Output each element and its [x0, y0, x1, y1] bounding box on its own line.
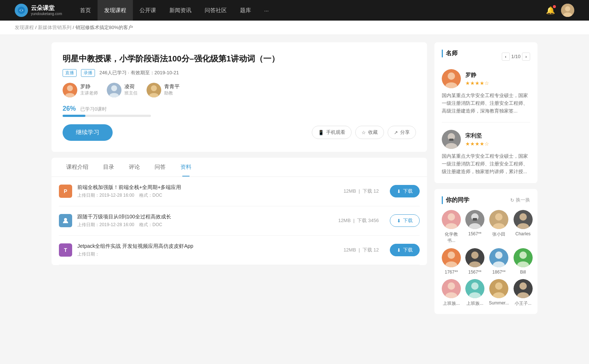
refresh-button[interactable]: ↻ 换一换 — [510, 197, 530, 203]
nav-exam[interactable]: 题库 — [233, 0, 258, 21]
classmates-card: 你的同学 ↻ 换一换 化学教书... 1567** 张小田 — [434, 189, 537, 314]
teachers-title-bar: 名师 ‹ 1/10 › — [442, 50, 530, 63]
classmate-avatar-10 — [489, 279, 508, 298]
course-title: 明星中教授课，小学阶段语法100分–强化级第1讲动词（一） — [63, 53, 416, 65]
classmate-avatar-6 — [489, 248, 508, 267]
download-button-3[interactable]: ⬇ 下载 — [390, 244, 420, 256]
teachers-card: 名师 ‹ 1/10 › 罗静 ★★★★☆ 国内 — [434, 42, 537, 183]
teacher-top-1: 罗静 ★★★★☆ — [442, 69, 530, 88]
instructor-2-avatar — [107, 83, 121, 97]
prev-teacher-button[interactable]: ‹ — [502, 53, 510, 61]
tab-qa[interactable]: 问答 — [147, 158, 173, 176]
svg-point-54 — [495, 282, 502, 290]
pagination-mini: ‹ 1/10 › — [502, 53, 530, 61]
instructor-3: 青青平 助教 — [147, 83, 180, 97]
teacher-top-2: 宋利坚 ★★★★☆ — [442, 130, 530, 149]
svg-point-45 — [519, 251, 527, 259]
resource-list: P 前端全栈加强版！前端全栈+全周期+多端应用 上传日期：2019-12-28 … — [52, 177, 427, 265]
classmate-name-6: 1867** — [492, 270, 505, 275]
resource-stats-1: 12MB | 下载 12 — [343, 188, 379, 195]
progress-label: 26% — [63, 105, 76, 112]
course-header-card: 明星中教授课，小学阶段语法100分–强化级第1讲动词（一） 直播 录播 246人… — [52, 42, 427, 152]
instructor-1-avatar — [63, 83, 77, 97]
resource-name-1: 前端全栈加强版！前端全栈+全周期+多端应用 — [77, 184, 338, 191]
share-icon: ↗ — [394, 130, 398, 135]
teacher-stars-2: ★★★★☆ — [465, 141, 489, 147]
classmate-name-4: 1767** — [445, 270, 458, 275]
svg-point-36 — [448, 251, 455, 259]
resource-item-3: T Jetpack全组件实战 开发短视频应用高仿皮皮虾App 上传日期： 12M… — [59, 236, 420, 265]
svg-point-12 — [151, 85, 157, 91]
teacher-name-1: 罗静 — [465, 72, 489, 79]
progress-bar-fill — [63, 115, 85, 117]
course-stats: 246人已学习 · 有效期至：2019-10-21 — [99, 69, 179, 76]
svg-rect-28 — [473, 218, 477, 221]
classmate-name-0: 化学教书... — [442, 231, 461, 244]
classmate-0: 化学教书... — [442, 210, 461, 244]
breadcrumb-link-1[interactable]: 发现课程 — [15, 25, 34, 30]
nav-qa[interactable]: 问答社区 — [198, 0, 233, 21]
tab-intro[interactable]: 课程介绍 — [59, 158, 96, 176]
svg-rect-21 — [449, 139, 454, 141]
nav-home[interactable]: 首页 — [73, 0, 98, 21]
continue-study-button[interactable]: 继续学习 — [63, 124, 113, 141]
bell-icon[interactable]: 🔔 — [546, 6, 555, 15]
classmate-avatar-11 — [514, 279, 533, 298]
svg-point-30 — [495, 213, 502, 221]
pagination-label: 1/10 — [511, 54, 521, 59]
tab-catalog[interactable]: 目录 — [96, 158, 121, 176]
main-layout: 明星中教授课，小学阶段语法100分–强化级第1讲动词（一） 直播 录播 246人… — [37, 35, 552, 327]
collect-button[interactable]: ☆ 收藏 — [355, 126, 384, 139]
classmate-name-7: Bill — [520, 270, 526, 275]
classmates-header: 你的同学 ↻ 换一换 — [442, 196, 530, 204]
teacher-item-2: 宋利坚 ★★★★☆ 国内某重点大学安全工程专业硕士，国家一级注册消防工程师、注册… — [442, 130, 530, 175]
resource-name-2: 跟随千万级项目从0到100全过程高效成长 — [77, 214, 333, 220]
download-button-1[interactable]: ⬇ 下载 — [390, 185, 420, 197]
nav-courses[interactable]: 发现课程 — [98, 0, 133, 21]
download-icon-3: ⬇ — [397, 247, 401, 253]
svg-point-9 — [111, 85, 117, 91]
classmate-avatar-4 — [442, 248, 461, 267]
tab-resources[interactable]: 资料 — [173, 158, 199, 176]
teacher-avatar-2 — [442, 130, 461, 149]
teacher-item-1: 罗静 ★★★★☆ 国内某重点大学安全工程专业硕士，国家一级注册消防工程师、注册安… — [442, 69, 530, 122]
classmate-10: Summer... — [489, 279, 509, 307]
download-icon-1: ⬇ — [397, 189, 401, 194]
content-area: 明星中教授课，小学阶段语法100分–强化级第1讲动词（一） 直播 录播 246人… — [52, 42, 427, 320]
classmate-6: 1867** — [489, 248, 509, 275]
classmate-avatar-2 — [489, 210, 508, 229]
nav-news[interactable]: 新闻资讯 — [163, 0, 198, 21]
tabs-card: 课程介绍 目录 评论 问答 资料 P 前端全栈加强版！前端全栈+全周期+多端应用… — [52, 158, 427, 265]
share-button[interactable]: ↗ 分享 — [388, 126, 416, 139]
classmates-grid: 化学教书... 1567** 张小田 Charles 1767** — [442, 210, 530, 307]
svg-point-16 — [448, 72, 455, 80]
user-avatar-nav[interactable] — [561, 4, 574, 17]
classmate-8: 上班族... — [442, 279, 461, 307]
resource-meta-2: 上传日期：2019-12-28 16:00 格式：DOC — [77, 222, 333, 228]
classmate-name-5: 1567** — [468, 270, 482, 275]
breadcrumb-link-2[interactable]: 新媒体营销系列 — [38, 25, 71, 30]
mobile-watch-button[interactable]: 📱 手机观看 — [312, 126, 352, 139]
resource-icon-1: P — [59, 185, 72, 198]
svg-point-23 — [448, 213, 455, 221]
download-button-2[interactable]: ⬇ 下载 — [390, 214, 420, 227]
resource-info-1: 前端全栈加强版！前端全栈+全周期+多端应用 上传日期：2019-12-28 16… — [77, 184, 338, 199]
tab-comments[interactable]: 评论 — [121, 158, 147, 176]
teacher-desc-1: 国内某重点大学安全工程专业硕士，国家一级注册消防工程师、注册安全工程师、高级注册… — [442, 92, 530, 115]
classmate-avatar-0 — [442, 210, 461, 229]
svg-point-39 — [471, 251, 479, 259]
svg-point-42 — [495, 251, 502, 259]
resource-meta-3: 上传日期： — [77, 251, 338, 257]
classmate-name-2: 张小田 — [492, 231, 505, 238]
logo[interactable]: 云朵课堂 yundouketang.com — [15, 4, 62, 17]
nav-open[interactable]: 公开课 — [133, 0, 163, 21]
breadcrumb: 发现课程 / 新媒体营销系列 / 销冠修炼术搞定80%的客户 — [0, 21, 589, 35]
logo-text: 云朵课堂 yundouketang.com — [31, 4, 62, 16]
resource-item-2: 跟随千万级项目从0到100全过程高效成长 上传日期：2019-12-28 16:… — [59, 206, 420, 236]
next-teacher-button[interactable]: › — [522, 53, 530, 61]
teachers-title: 名师 — [442, 50, 458, 57]
nav-more[interactable]: ··· — [258, 0, 276, 21]
classmate-avatar-7 — [514, 248, 533, 267]
classmate-11: 小王子... — [514, 279, 533, 307]
progress-bar-bg — [63, 115, 151, 117]
